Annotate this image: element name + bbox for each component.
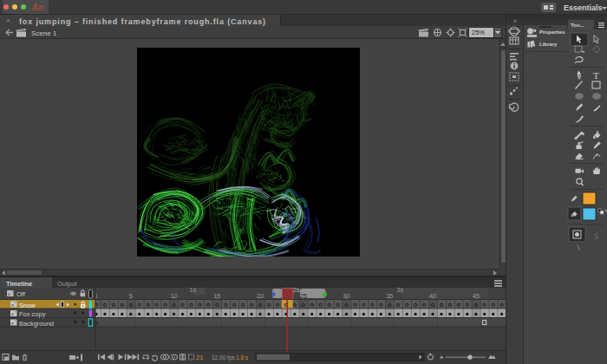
svg-text:1.8 s: 1.8 s — [236, 354, 249, 361]
svg-text:Too...: Too... — [571, 22, 584, 28]
svg-text:3s: 3s — [396, 286, 403, 294]
svg-text:Snow: Snow — [19, 302, 36, 309]
svg-text:2s: 2s — [293, 286, 300, 294]
svg-text:T: T — [593, 70, 599, 81]
svg-text:Background: Background — [19, 320, 54, 328]
svg-text:1s: 1s — [189, 286, 196, 294]
svg-text:25: 25 — [300, 292, 307, 300]
svg-text:21: 21 — [196, 354, 203, 361]
svg-text:Off: Off — [16, 290, 26, 298]
svg-text:12.00 fps: 12.00 fps — [212, 354, 235, 361]
svg-text:S: S — [594, 231, 598, 241]
svg-text:Fox copy: Fox copy — [19, 310, 46, 318]
